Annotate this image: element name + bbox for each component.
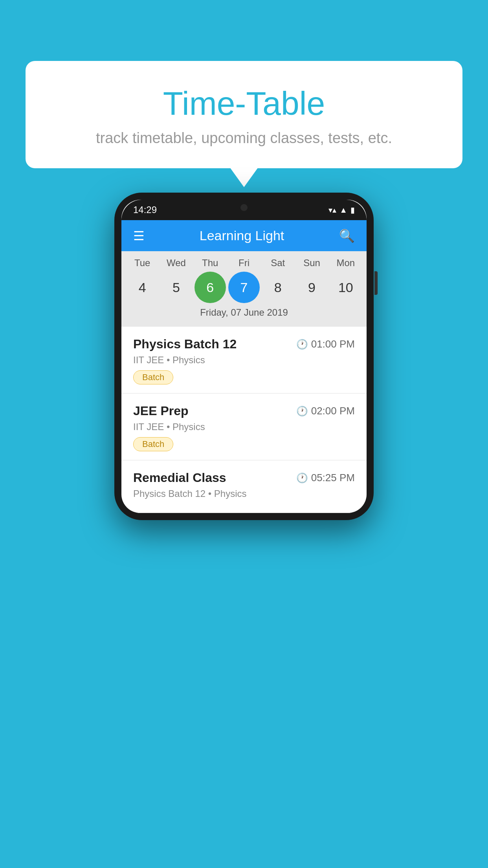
- app-title: Learning Light: [200, 228, 284, 243]
- clock-icon-3: 🕐: [296, 473, 308, 484]
- status-icons: ▾▴ ▲ ▮: [328, 205, 355, 215]
- day-8[interactable]: 8: [262, 272, 294, 303]
- class-meta-3: Physics Batch 12 • Physics: [133, 488, 355, 499]
- clock-icon-2: 🕐: [296, 406, 308, 417]
- phone-screen: 14:29 ▾▴ ▲ ▮ ☰ Learning Light 🔍 Tue: [121, 200, 367, 513]
- day-header-wed: Wed: [160, 257, 192, 268]
- day-5[interactable]: 5: [160, 272, 192, 303]
- speech-bubble-container: Time-Table track timetable, upcoming cla…: [26, 61, 462, 168]
- camera: [240, 204, 248, 211]
- day-header-fri: Fri: [228, 257, 260, 268]
- battery-icon: ▮: [350, 205, 355, 215]
- batch-badge-2: Batch: [133, 437, 173, 451]
- day-9[interactable]: 9: [296, 272, 328, 303]
- day-6-today[interactable]: 6: [194, 272, 226, 303]
- selected-date-label: Friday, 07 June 2019: [121, 303, 367, 324]
- signal-icon: ▲: [339, 206, 347, 215]
- day-numbers: 4 5 6 7 8 9 10: [121, 272, 367, 303]
- day-header-thu: Thu: [194, 257, 226, 268]
- phone-body: 14:29 ▾▴ ▲ ▮ ☰ Learning Light 🔍 Tue: [114, 193, 374, 520]
- phone-notch: [220, 200, 268, 215]
- class-item-3-header: Remedial Class 🕐 05:25 PM: [133, 471, 355, 485]
- day-10[interactable]: 10: [330, 272, 361, 303]
- class-time-3: 🕐 05:25 PM: [296, 472, 355, 484]
- phone-side-button: [374, 271, 378, 295]
- class-item-2-header: JEE Prep 🕐 02:00 PM: [133, 404, 355, 418]
- class-meta-1: IIT JEE • Physics: [133, 355, 355, 366]
- calendar-strip: Tue Wed Thu Fri Sat Sun Mon 4 5 6 7 8 9 …: [121, 251, 367, 327]
- day-4[interactable]: 4: [127, 272, 158, 303]
- class-name-3: Remedial Class: [133, 471, 226, 485]
- wifi-icon: ▾▴: [328, 205, 336, 215]
- speech-bubble: Time-Table track timetable, upcoming cla…: [26, 61, 462, 168]
- phone-mockup: 14:29 ▾▴ ▲ ▮ ☰ Learning Light 🔍 Tue: [114, 193, 374, 520]
- class-name-2: JEE Prep: [133, 404, 189, 418]
- clock-icon-1: 🕐: [296, 339, 308, 350]
- app-feature-subtitle: track timetable, upcoming classes, tests…: [57, 130, 431, 147]
- day-header-sun: Sun: [296, 257, 328, 268]
- search-icon[interactable]: 🔍: [339, 228, 355, 243]
- day-header-tue: Tue: [127, 257, 158, 268]
- class-name-1: Physics Batch 12: [133, 337, 237, 351]
- class-item-2[interactable]: JEE Prep 🕐 02:00 PM IIT JEE • Physics Ba…: [121, 394, 367, 460]
- day-header-sat: Sat: [262, 257, 294, 268]
- app-header: ☰ Learning Light 🔍: [121, 220, 367, 251]
- class-item-3[interactable]: Remedial Class 🕐 05:25 PM Physics Batch …: [121, 460, 367, 513]
- day-header-mon: Mon: [330, 257, 361, 268]
- app-feature-title: Time-Table: [57, 85, 431, 123]
- class-item-1[interactable]: Physics Batch 12 🕐 01:00 PM IIT JEE • Ph…: [121, 327, 367, 394]
- class-meta-2: IIT JEE • Physics: [133, 421, 355, 432]
- menu-icon[interactable]: ☰: [133, 230, 145, 242]
- class-item-1-header: Physics Batch 12 🕐 01:00 PM: [133, 337, 355, 351]
- status-bar: 14:29 ▾▴ ▲ ▮: [121, 200, 367, 220]
- class-time-2: 🕐 02:00 PM: [296, 405, 355, 417]
- batch-badge-1: Batch: [133, 370, 173, 384]
- class-time-1: 🕐 01:00 PM: [296, 338, 355, 350]
- status-time: 14:29: [133, 204, 157, 215]
- day-7-selected[interactable]: 7: [228, 272, 260, 303]
- day-headers: Tue Wed Thu Fri Sat Sun Mon: [121, 257, 367, 268]
